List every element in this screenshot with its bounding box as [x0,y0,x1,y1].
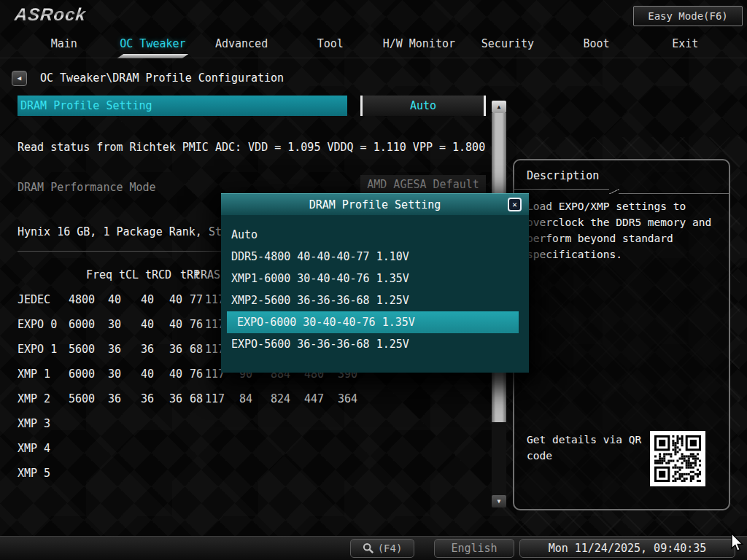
back-button[interactable]: ◀ [12,71,27,86]
tab-security[interactable]: Security [463,33,552,58]
tab-boot[interactable]: Boot [552,33,641,58]
memory-info-text: Hynix 16 GB, 1 Package Rank, Stepp [18,225,241,238]
description-text: Load EXPO/XMP settings to [527,198,686,214]
tab-advanced[interactable]: Advanced [197,33,286,58]
col-header-freq: Freq [86,262,112,287]
triangle-up-icon: ▲ [498,104,501,110]
option-ddr5-4800[interactable]: DDR5-4800 40-40-40-77 1.10V [221,246,529,268]
option-xmp2-5600[interactable]: XMP2-5600 36-36-36-68 1.25V [221,289,529,311]
table-row-xmp3: XMP 3 [18,411,375,436]
dram-profile-modal: DRAM Profile Setting ✕ Auto DDR5-4800 40… [221,193,529,373]
tab-exit[interactable]: Exit [640,33,729,58]
description-title: Description [527,169,599,182]
description-text: specifications. [527,246,622,262]
qr-label: Get details via QR [527,432,641,448]
footer-bar: (F4) English Mon 11/24/2025, 09:40:35 [0,536,747,560]
scrollbar-down-button[interactable]: ▼ [492,495,506,508]
arrow-cursor-icon [729,533,744,553]
dram-profile-setting-row[interactable]: DRAM Profile Setting [18,96,347,116]
active-tab-underline [117,54,188,58]
qr-code [650,431,705,486]
tab-oc-tweaker[interactable]: OC Tweaker [109,33,198,58]
close-button[interactable]: ✕ [508,198,522,211]
modal-title-bar: DRAM Profile Setting ✕ [221,193,529,215]
scrollbar-up-button[interactable]: ▲ [492,101,506,113]
col-header-tras: tRAS [194,262,220,287]
qr-label: code [527,448,552,464]
tab-hw-monitor[interactable]: H/W Monitor [375,33,464,58]
pmic-status-text: Read status from Richtek PMIC ADC: VDD =… [18,141,485,154]
dram-performance-mode-label: DRAM Performance Mode [18,181,156,194]
asrock-logo: ASRock [14,4,88,25]
search-button[interactable]: (F4) [350,539,414,558]
description-text: overclock the DDR5 memory and [527,214,711,230]
dram-profile-setting-value[interactable]: Auto [360,96,486,116]
table-row-xmp4: XMP 4 [18,436,375,461]
modal-option-list: Auto DDR5-4800 40-40-40-77 1.10V XMP1-60… [221,215,529,373]
tab-oc-tweaker-label: OC Tweaker [120,37,185,50]
magnifier-icon [363,542,374,554]
language-button[interactable]: English [434,539,514,558]
option-expo-6000-selected[interactable]: EXPO-6000 30-40-40-76 1.35V [227,311,519,333]
description-text: perform beyond standard [527,230,673,246]
bios-screen: ASRock Easy Mode(F6) Main OC Tweaker Adv… [0,0,747,560]
left-arrow-icon: ◀ [18,74,21,82]
tab-main[interactable]: Main [20,33,109,58]
option-expo-5600[interactable]: EXPO-5600 36-36-36-68 1.25V [221,333,529,355]
tab-tool[interactable]: Tool [286,33,375,58]
table-row-xmp5: XMP 5 [18,461,375,486]
description-panel: Description Load EXPO/XMP settings to ov… [513,159,730,510]
easy-mode-button[interactable]: Easy Mode(F6) [633,6,743,26]
datetime-button[interactable]: Mon 11/24/2025, 09:40:35 [519,539,735,558]
description-divider [619,193,729,194]
table-row-xmp2: XMP 256003636366811784824447364 [18,386,375,411]
mouse-cursor [729,533,744,556]
search-hotkey-label: (F4) [378,542,403,554]
option-xmp1-6000[interactable]: XMP1-6000 30-40-40-76 1.35V [221,268,529,289]
dram-performance-mode-value: AMD AGESA Default [360,175,486,195]
breadcrumb: OC Tweaker\DRAM Profile Configuration [40,71,284,85]
close-icon: ✕ [512,200,517,209]
description-divider [514,189,609,190]
col-header-tcl: tCL [119,262,139,287]
description-divider-step [609,189,619,194]
col-header-trcd: tRCD [145,262,171,287]
modal-title: DRAM Profile Setting [309,198,441,211]
option-auto[interactable]: Auto [221,224,529,246]
triangle-down-icon: ▼ [498,498,501,505]
nav-bar: Main OC Tweaker Advanced Tool H/W Monito… [0,33,747,58]
